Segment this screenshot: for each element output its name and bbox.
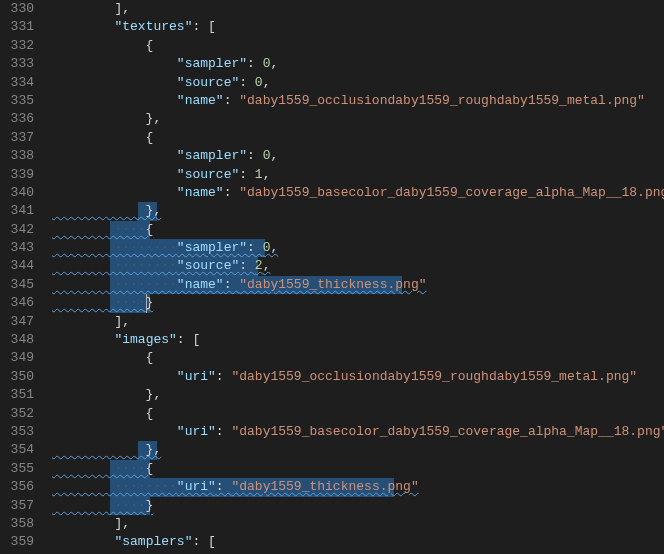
code-line[interactable]: ], (52, 313, 664, 331)
code-line[interactable]: ···· { (52, 221, 664, 239)
line-number: 350 (6, 368, 34, 386)
line-number: 344 (6, 257, 34, 275)
line-number: 354 (6, 441, 34, 459)
line-number: 331 (6, 18, 34, 36)
code-line[interactable]: "textures": [ (52, 18, 664, 36)
code-line[interactable]: ], (52, 515, 664, 533)
line-number: 342 (6, 221, 34, 239)
line-number: 359 (6, 533, 34, 551)
code-line[interactable]: "source": 0, (52, 74, 664, 92)
line-number: 330 (6, 0, 34, 18)
line-number: 338 (6, 147, 34, 165)
code-line[interactable]: ········ "source": 2, (52, 257, 664, 275)
text-cursor (146, 294, 147, 312)
code-line[interactable]: "sampler": 0, (52, 147, 664, 165)
line-number: 356 (6, 478, 34, 496)
line-number: 333 (6, 55, 34, 73)
line-number: 341 (6, 202, 34, 220)
code-line[interactable]: ···· { (52, 460, 664, 478)
line-number: 353 (6, 423, 34, 441)
code-line[interactable]: "sampler": 0, (52, 55, 664, 73)
code-line[interactable]: "source": 1, (52, 166, 664, 184)
code-editor[interactable]: 3303313323333343353363373383393403413423… (0, 0, 664, 554)
line-number: 351 (6, 386, 34, 404)
code-line[interactable]: { (52, 405, 664, 423)
code-line[interactable]: }, (52, 110, 664, 128)
code-line[interactable]: ········ "name": "daby1559_thickness.png… (52, 276, 664, 294)
line-number: 335 (6, 92, 34, 110)
code-line[interactable]: "uri": "daby1559_occlusiondaby1559_rough… (52, 368, 664, 386)
code-line[interactable]: ········ "uri": "daby1559_thickness.png" (52, 478, 664, 496)
line-number: 332 (6, 37, 34, 55)
line-number: 340 (6, 184, 34, 202)
code-line[interactable]: "uri": "daby1559_basecolor_daby1559_cove… (52, 423, 664, 441)
line-number: 355 (6, 460, 34, 478)
code-line[interactable]: }, (52, 441, 664, 459)
code-line[interactable]: { (52, 129, 664, 147)
line-number: 337 (6, 129, 34, 147)
line-number: 345 (6, 276, 34, 294)
line-number: 352 (6, 405, 34, 423)
code-line[interactable]: ········ "sampler": 0, (52, 239, 664, 257)
line-number: 334 (6, 74, 34, 92)
code-line[interactable]: }, (52, 386, 664, 404)
code-line[interactable]: }, (52, 202, 664, 220)
code-line[interactable]: "name": "daby1559_basecolor_daby1559_cov… (52, 184, 664, 202)
code-line[interactable]: "samplers": [ (52, 533, 664, 551)
code-line[interactable]: ], (52, 0, 664, 18)
code-line[interactable]: "images": [ (52, 331, 664, 349)
code-line[interactable]: ···· } (52, 294, 664, 312)
code-line[interactable]: ···· } (52, 497, 664, 515)
line-number: 358 (6, 515, 34, 533)
code-area[interactable]: ], "textures": [ { "sampler": 0, "source… (52, 0, 664, 554)
line-number: 347 (6, 313, 34, 331)
line-number: 343 (6, 239, 34, 257)
line-number-gutter: 3303313323333343353363373383393403413423… (0, 0, 52, 554)
line-number: 336 (6, 110, 34, 128)
line-number: 339 (6, 166, 34, 184)
code-line[interactable]: { (52, 37, 664, 55)
code-line[interactable]: { (52, 349, 664, 367)
line-number: 348 (6, 331, 34, 349)
line-number: 346 (6, 294, 34, 312)
line-number: 357 (6, 497, 34, 515)
line-number: 349 (6, 349, 34, 367)
code-line[interactable]: "name": "daby1559_occlusiondaby1559_roug… (52, 92, 664, 110)
